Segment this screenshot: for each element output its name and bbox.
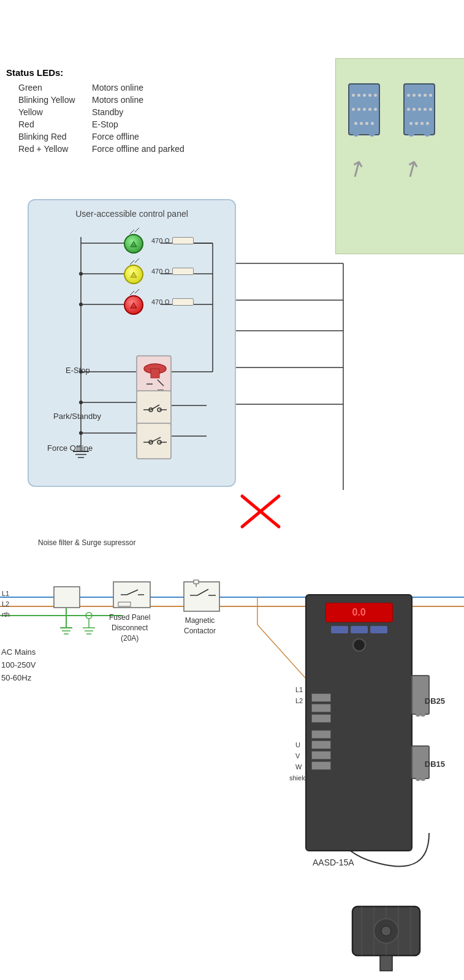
fused-panel-label: Fused PanelDisconnect(20A) [109,612,150,643]
park-standby-switch[interactable] [136,390,172,427]
led-meaning-red: E-Stop [92,119,118,129]
motor-body [346,900,426,974]
svg-rect-100 [380,956,392,971]
terminal-block [311,693,331,772]
connector-right [403,83,435,135]
svg-text:rth: rth [2,611,10,618]
svg-text:L1: L1 [2,590,9,597]
db15-label: DB15 [425,760,445,769]
svg-marker-32 [131,303,137,308]
svg-text:L2: L2 [295,697,303,704]
svg-line-67 [127,590,138,595]
resistor-3: 470 Ω [151,298,194,306]
svg-line-72 [197,589,208,595]
svg-line-28 [130,291,134,295]
db25-connector [411,675,430,715]
svg-rect-70 [184,582,219,611]
svg-rect-64 [54,587,80,608]
svg-line-79 [257,625,313,686]
drive-btn-3[interactable] [370,626,387,633]
led-color-red: Red [6,119,92,129]
disconnect-x-mark [236,490,285,535]
svg-marker-30 [131,241,137,247]
svg-line-36 [158,380,164,386]
svg-rect-69 [118,602,131,606]
led-meaning-blinking-yellow: Motors online [92,95,143,105]
estop-label: E-Stop [66,366,90,375]
svg-text:shield: shield [289,774,307,782]
drive-model-label: AASD-15A [313,858,354,867]
led-color-green: Green [6,83,92,92]
arrow-left: ↙ [343,154,372,185]
svg-rect-34 [151,369,159,378]
drive-buttons [306,626,411,633]
status-row-red-yellow: Red + Yellow Force offline and parked [6,144,184,154]
resistor-1: 470 Ω [151,237,194,244]
ac-mains-label: AC Mains 100-250V 50-60Hz [1,646,36,684]
svg-text:W: W [295,763,302,771]
svg-rect-65 [113,582,150,608]
svg-rect-75 [194,580,199,584]
svg-marker-31 [131,272,137,277]
led-color-blinking-yellow: Blinking Yellow [6,95,92,105]
status-row-red: Red E-Stop [6,119,184,129]
green-panel: ↙ ↙ [335,58,464,254]
svg-point-23 [79,431,83,435]
led-color-red-yellow: Red + Yellow [6,144,92,154]
noise-filter-label: Noise filter & Surge supressor [38,538,135,548]
force-offline-switch[interactable] [136,423,172,459]
connector-left [348,83,380,135]
svg-line-26 [130,260,134,265]
svg-line-29 [135,289,139,293]
drive-btn-1[interactable] [331,626,348,633]
status-leds-title: Status LEDs: [6,67,184,78]
magnetic-contactor-label: MagneticContactor [184,616,216,636]
park-standby-label: Park/Standby [53,412,101,421]
drive-btn-2[interactable] [351,626,368,633]
status-row-blinking-yellow: Blinking Yellow Motors online [6,95,184,105]
svg-point-20 [79,303,83,306]
drive-unit: 0.0 DB25 [305,594,413,851]
drive-knob[interactable] [352,638,366,652]
drive-display: 0.0 [325,603,393,622]
led-color-blinking-red: Blinking Red [6,132,92,141]
svg-text:V: V [295,752,300,760]
led-color-yellow: Yellow [6,107,92,117]
svg-text:U: U [295,741,300,748]
svg-point-107 [381,926,391,936]
resistor-2: 470 Ω [151,268,194,275]
status-row-green: Green Motors online [6,83,184,92]
db25-label: DB25 [425,696,445,706]
svg-point-22 [79,401,83,404]
svg-text:L1: L1 [295,686,303,693]
control-panel: User-accessible control panel [28,199,236,487]
status-leds-section: Status LEDs: Green Motors online Blinkin… [6,67,184,156]
status-row-blinking-red: Blinking Red Force offline [6,132,184,141]
arrow-right: ↙ [398,154,427,185]
page-container: ↙ ↙ Status LEDs: Green Motors online Bli… [0,0,464,980]
led-meaning-green: Motors online [92,83,143,92]
status-row-yellow: Yellow Standby [6,107,184,117]
force-offline-label: Force Offline [47,443,93,453]
led-meaning-yellow: Standby [92,107,123,117]
led-meaning-blinking-red: Force offline [92,132,139,141]
svg-line-27 [135,258,139,263]
led-meaning-red-yellow: Force offline and parked [92,144,184,154]
svg-point-84 [86,612,92,619]
svg-line-24 [130,230,134,234]
svg-line-25 [135,228,139,232]
svg-point-19 [79,272,83,276]
svg-text:L2: L2 [2,600,9,608]
